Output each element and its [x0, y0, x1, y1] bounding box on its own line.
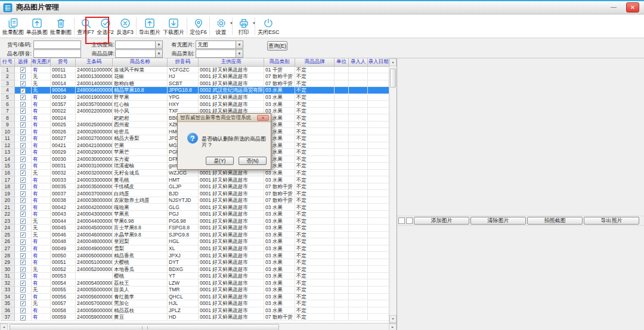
- cell[interactable]: 00054: [51, 279, 76, 287]
- cell[interactable]: 00057: [51, 300, 76, 307]
- cell[interactable]: 有: [32, 163, 51, 170]
- cell[interactable]: 03 水果: [264, 94, 295, 101]
- row-checkbox[interactable]: [20, 150, 26, 155]
- cell[interactable]: 00049: [51, 245, 76, 252]
- row-checkbox[interactable]: [20, 205, 26, 210]
- cell[interactable]: 皇冠梨: [113, 238, 168, 245]
- cell[interactable]: 黄毛桃: [113, 176, 168, 183]
- cell[interactable]: SCBT: [168, 80, 199, 87]
- cell[interactable]: 精品荔枝: [113, 307, 168, 314]
- cell[interactable]: 有: [32, 197, 51, 204]
- select-cell[interactable]: [15, 190, 32, 197]
- cell[interactable]: 本地香瓜: [113, 266, 168, 273]
- cell[interactable]: 不定: [295, 114, 335, 122]
- row-checkbox[interactable]: [20, 198, 26, 203]
- row-checkbox[interactable]: [20, 239, 26, 245]
- cell[interactable]: 0002 武汉世纪鸿运商贸有限公司: [199, 87, 264, 94]
- cell[interactable]: 00011: [51, 66, 76, 73]
- cell[interactable]: 2400029000000: [76, 149, 113, 156]
- column-header[interactable]: 商品类别: [264, 58, 295, 66]
- chevron-down-icon[interactable]: [236, 41, 243, 48]
- cell[interactable]: 干练橘皮: [113, 183, 168, 190]
- cell[interactable]: 00421: [51, 142, 76, 149]
- table-row[interactable]: 19有000372400037000000白鸡蛋BJD0001 好又鲜果蔬超市0…: [1, 190, 389, 197]
- cell[interactable]: 不定: [295, 73, 335, 80]
- photo-capture-button[interactable]: 拍照截图: [527, 217, 583, 225]
- cell[interactable]: 不定: [295, 197, 335, 204]
- cell[interactable]: JPPG10.8: [168, 87, 199, 94]
- cell[interactable]: YCFGZC: [168, 66, 199, 73]
- table-row[interactable]: 17有000332400033000000黄毛桃HMT0001 好又鲜果蔬超市0…: [1, 176, 389, 183]
- cell[interactable]: 00026: [51, 128, 76, 135]
- cell[interactable]: 03 水果: [264, 169, 295, 176]
- table-row[interactable]: 18有000352400035000000干练橘皮GLJP0001 好又鲜果蔬超…: [1, 183, 389, 190]
- cell[interactable]: 00029: [51, 149, 76, 156]
- cell[interactable]: 00042: [51, 204, 76, 211]
- settings-button[interactable]: 设置: [211, 17, 231, 36]
- select-cell[interactable]: [15, 238, 32, 245]
- cell[interactable]: 甜美人: [113, 287, 168, 294]
- cell[interactable]: 2400037000000: [76, 190, 113, 197]
- cell[interactable]: 无: [32, 300, 51, 307]
- export-images-button[interactable]: 导出图片: [138, 17, 162, 36]
- table-row[interactable]: 29有000512400051000000大樱桃DYT0001 好又鲜果蔬超市0…: [1, 259, 389, 266]
- cell[interactable]: 00043: [51, 210, 76, 217]
- cell[interactable]: 有: [32, 238, 51, 245]
- cell[interactable]: 有: [32, 293, 51, 300]
- row-checkbox[interactable]: [20, 184, 26, 189]
- cell[interactable]: 不定: [295, 169, 335, 176]
- table-row[interactable]: 23无000442400044000000苹果6.98PG6.980001 好又…: [1, 217, 389, 225]
- cell[interactable]: 00050: [51, 252, 76, 259]
- cell[interactable]: 不定: [295, 231, 335, 238]
- cell[interactable]: 2400011000000: [76, 66, 113, 73]
- cell[interactable]: 00052: [51, 266, 76, 273]
- scroll-right-arrow-icon[interactable]: [389, 323, 397, 330]
- cell[interactable]: 不定: [295, 204, 335, 211]
- clear-image-button[interactable]: 清除图片: [470, 217, 526, 225]
- cell[interactable]: 有: [32, 142, 51, 149]
- table-row[interactable]: 16无000322400032000000无籽金城瓜WZJCG0001 好又鲜果…: [1, 169, 389, 176]
- cell[interactable]: 有: [32, 245, 51, 252]
- cell[interactable]: [76, 114, 113, 122]
- column-header[interactable]: 选择: [15, 58, 32, 66]
- cell[interactable]: 2400057000000: [76, 300, 113, 307]
- cell[interactable]: BJD: [168, 190, 199, 197]
- query-button[interactable]: 查询(E): [267, 41, 287, 51]
- row-checkbox[interactable]: [20, 281, 26, 286]
- yes-button[interactable]: 是(Y): [206, 157, 234, 165]
- locate-f6-button[interactable]: 定位F6: [188, 17, 208, 36]
- cell[interactable]: 农家散养土鸡蛋: [113, 197, 168, 204]
- name-pinyin-input[interactable]: [33, 49, 81, 58]
- row-checkbox[interactable]: [20, 232, 26, 238]
- cell[interactable]: 特小凤: [113, 107, 168, 114]
- add-image-button[interactable]: 添加图片: [414, 217, 469, 225]
- cell[interactable]: 不定: [295, 252, 335, 259]
- cell[interactable]: 无: [32, 87, 51, 94]
- cell[interactable]: 00059: [51, 314, 76, 321]
- cell[interactable]: 不定: [295, 266, 335, 273]
- cell[interactable]: 不定: [295, 101, 335, 108]
- select-cell[interactable]: [15, 80, 32, 87]
- row-checkbox[interactable]: [20, 246, 26, 251]
- select-cell[interactable]: [15, 94, 32, 101]
- cell[interactable]: 有: [32, 183, 51, 190]
- chevron-down-icon[interactable]: [236, 50, 243, 57]
- cell[interactable]: 红心柚: [113, 101, 168, 108]
- cell[interactable]: 耙耙柑: [113, 114, 168, 122]
- table-row[interactable]: 2无000132400013000000花椒HJ0001 好又鲜果蔬超市07 散…: [1, 73, 389, 80]
- cell[interactable]: JPLZ: [168, 307, 199, 314]
- cell[interactable]: QHCL: [168, 293, 199, 300]
- cell[interactable]: 03 水果: [264, 176, 295, 183]
- cell[interactable]: 03 水果: [264, 259, 295, 266]
- cell[interactable]: 90064: [51, 87, 76, 94]
- cell[interactable]: 精品香蕉: [113, 252, 168, 259]
- cell[interactable]: 0001 好又鲜果蔬超市: [199, 293, 264, 300]
- row-checkbox[interactable]: [20, 267, 26, 272]
- cell[interactable]: 01 干货: [264, 66, 295, 73]
- cell[interactable]: 0001 好又鲜果蔬超市: [199, 259, 264, 266]
- row-checkbox[interactable]: [20, 116, 26, 121]
- cell[interactable]: 2490064000000: [76, 87, 113, 94]
- cell[interactable]: 0001 好又鲜果蔬超市: [199, 287, 264, 294]
- cell[interactable]: 不定: [295, 300, 335, 307]
- cell[interactable]: 2400035000000: [76, 183, 113, 190]
